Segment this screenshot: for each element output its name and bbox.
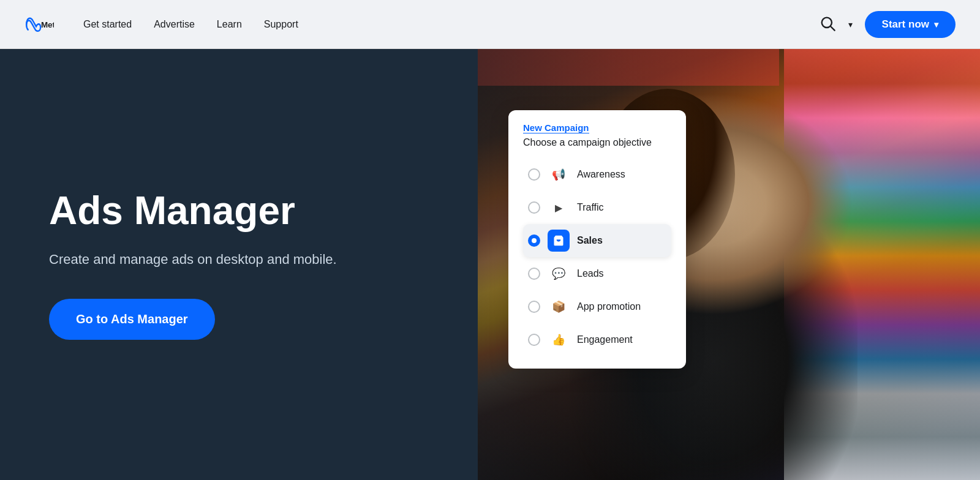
search-icon[interactable] (819, 15, 836, 34)
radio-traffic (528, 201, 540, 214)
app-promotion-label: App promotion (577, 301, 641, 312)
option-traffic[interactable]: ▶ Traffic (523, 191, 671, 224)
option-engagement[interactable]: 👍 Engagement (523, 323, 671, 356)
svg-line-2 (831, 26, 834, 30)
start-now-chevron-icon: ▾ (934, 20, 938, 29)
nav-learn[interactable]: Learn (217, 19, 242, 30)
start-now-button[interactable]: Start now ▾ (865, 11, 956, 38)
option-app-promotion[interactable]: 📦 App promotion (523, 290, 671, 323)
traffic-icon: ▶ (548, 197, 570, 219)
nav-right: ▾ Start now ▾ (819, 11, 956, 38)
option-leads[interactable]: 💬 Leads (523, 257, 671, 290)
hero-title: Ads Manager (49, 189, 429, 232)
nav-dropdown-chevron[interactable]: ▾ (848, 20, 853, 29)
nav-support[interactable]: Support (264, 19, 298, 30)
radio-app-promotion (528, 301, 540, 313)
radio-sales (528, 234, 540, 247)
nav-get-started[interactable]: Get started (83, 19, 132, 30)
card-subtitle: Choose a campaign objective (523, 137, 671, 148)
awareness-label: Awareness (577, 169, 625, 180)
awareness-icon: 📢 (548, 163, 570, 186)
nav-advertise[interactable]: Advertise (154, 19, 195, 30)
hero-right-panel: New Campaign Choose a campaign objective… (478, 49, 980, 480)
sales-icon (548, 230, 570, 252)
option-sales[interactable]: Sales (523, 224, 671, 257)
hero-subtitle: Create and manage ads on desktop and mob… (49, 249, 429, 269)
meta-logo[interactable]: Meta (24, 17, 54, 32)
app-promotion-icon: 📦 (548, 296, 570, 318)
hero-section: Ads Manager Create and manage ads on des… (0, 49, 980, 480)
sales-label: Sales (577, 235, 603, 246)
engagement-label: Engagement (577, 334, 633, 345)
go-to-ads-manager-button[interactable]: Go to Ads Manager (49, 299, 215, 340)
traffic-label: Traffic (577, 202, 604, 213)
option-awareness[interactable]: 📢 Awareness (523, 158, 671, 191)
start-now-label: Start now (882, 18, 929, 31)
engagement-icon: 👍 (548, 329, 570, 351)
leads-label: Leads (577, 268, 604, 279)
navbar: Meta Get started Advertise Learn Support… (0, 0, 980, 49)
new-campaign-link[interactable]: New Campaign (523, 122, 589, 133)
radio-awareness (528, 168, 540, 181)
radio-leads (528, 268, 540, 280)
svg-text:Meta: Meta (41, 20, 54, 29)
campaign-card: New Campaign Choose a campaign objective… (508, 110, 686, 369)
radio-engagement (528, 334, 540, 346)
hero-left-panel: Ads Manager Create and manage ads on des… (0, 49, 478, 480)
radio-sales-inner (532, 238, 537, 243)
leads-icon: 💬 (548, 263, 570, 285)
nav-links: Get started Advertise Learn Support (83, 19, 819, 30)
